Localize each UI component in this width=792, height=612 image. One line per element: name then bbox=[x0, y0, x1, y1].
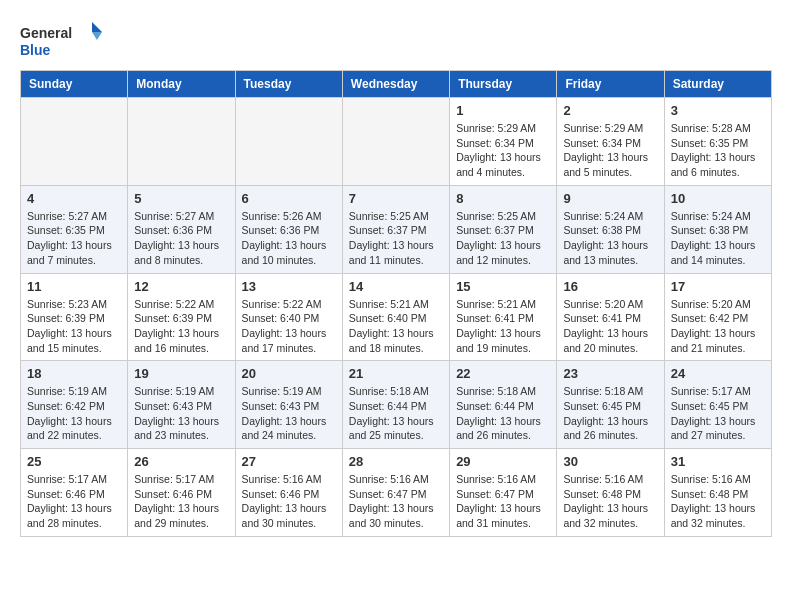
calendar-cell: 9Sunrise: 5:24 AM Sunset: 6:38 PM Daylig… bbox=[557, 185, 664, 273]
day-info: Sunrise: 5:25 AM Sunset: 6:37 PM Dayligh… bbox=[456, 209, 550, 268]
day-number: 2 bbox=[563, 103, 657, 118]
calendar-cell: 18Sunrise: 5:19 AM Sunset: 6:42 PM Dayli… bbox=[21, 361, 128, 449]
day-number: 10 bbox=[671, 191, 765, 206]
day-info: Sunrise: 5:18 AM Sunset: 6:44 PM Dayligh… bbox=[349, 384, 443, 443]
day-number: 30 bbox=[563, 454, 657, 469]
day-info: Sunrise: 5:20 AM Sunset: 6:42 PM Dayligh… bbox=[671, 297, 765, 356]
day-number: 24 bbox=[671, 366, 765, 381]
calendar-cell: 3Sunrise: 5:28 AM Sunset: 6:35 PM Daylig… bbox=[664, 98, 771, 186]
day-header-thursday: Thursday bbox=[450, 71, 557, 98]
day-number: 22 bbox=[456, 366, 550, 381]
day-info: Sunrise: 5:21 AM Sunset: 6:40 PM Dayligh… bbox=[349, 297, 443, 356]
calendar-cell: 27Sunrise: 5:16 AM Sunset: 6:46 PM Dayli… bbox=[235, 449, 342, 537]
day-number: 12 bbox=[134, 279, 228, 294]
calendar-cell: 4Sunrise: 5:27 AM Sunset: 6:35 PM Daylig… bbox=[21, 185, 128, 273]
calendar-cell: 20Sunrise: 5:19 AM Sunset: 6:43 PM Dayli… bbox=[235, 361, 342, 449]
calendar-cell: 6Sunrise: 5:26 AM Sunset: 6:36 PM Daylig… bbox=[235, 185, 342, 273]
calendar-cell: 16Sunrise: 5:20 AM Sunset: 6:41 PM Dayli… bbox=[557, 273, 664, 361]
calendar-cell: 21Sunrise: 5:18 AM Sunset: 6:44 PM Dayli… bbox=[342, 361, 449, 449]
day-number: 13 bbox=[242, 279, 336, 294]
calendar-cell bbox=[235, 98, 342, 186]
day-info: Sunrise: 5:24 AM Sunset: 6:38 PM Dayligh… bbox=[563, 209, 657, 268]
day-info: Sunrise: 5:18 AM Sunset: 6:45 PM Dayligh… bbox=[563, 384, 657, 443]
day-info: Sunrise: 5:23 AM Sunset: 6:39 PM Dayligh… bbox=[27, 297, 121, 356]
day-number: 1 bbox=[456, 103, 550, 118]
day-info: Sunrise: 5:16 AM Sunset: 6:47 PM Dayligh… bbox=[456, 472, 550, 531]
day-number: 15 bbox=[456, 279, 550, 294]
calendar-cell: 1Sunrise: 5:29 AM Sunset: 6:34 PM Daylig… bbox=[450, 98, 557, 186]
calendar-week-row: 18Sunrise: 5:19 AM Sunset: 6:42 PM Dayli… bbox=[21, 361, 772, 449]
calendar-cell: 24Sunrise: 5:17 AM Sunset: 6:45 PM Dayli… bbox=[664, 361, 771, 449]
day-info: Sunrise: 5:27 AM Sunset: 6:36 PM Dayligh… bbox=[134, 209, 228, 268]
calendar-cell: 17Sunrise: 5:20 AM Sunset: 6:42 PM Dayli… bbox=[664, 273, 771, 361]
day-info: Sunrise: 5:20 AM Sunset: 6:41 PM Dayligh… bbox=[563, 297, 657, 356]
calendar-cell: 7Sunrise: 5:25 AM Sunset: 6:37 PM Daylig… bbox=[342, 185, 449, 273]
day-info: Sunrise: 5:25 AM Sunset: 6:37 PM Dayligh… bbox=[349, 209, 443, 268]
day-info: Sunrise: 5:26 AM Sunset: 6:36 PM Dayligh… bbox=[242, 209, 336, 268]
day-info: Sunrise: 5:19 AM Sunset: 6:43 PM Dayligh… bbox=[242, 384, 336, 443]
calendar-table: SundayMondayTuesdayWednesdayThursdayFrid… bbox=[20, 70, 772, 537]
calendar-cell: 23Sunrise: 5:18 AM Sunset: 6:45 PM Dayli… bbox=[557, 361, 664, 449]
calendar-cell: 19Sunrise: 5:19 AM Sunset: 6:43 PM Dayli… bbox=[128, 361, 235, 449]
logo-icon: GeneralBlue bbox=[20, 20, 115, 60]
calendar-week-row: 25Sunrise: 5:17 AM Sunset: 6:46 PM Dayli… bbox=[21, 449, 772, 537]
day-number: 11 bbox=[27, 279, 121, 294]
day-info: Sunrise: 5:16 AM Sunset: 6:48 PM Dayligh… bbox=[563, 472, 657, 531]
day-number: 7 bbox=[349, 191, 443, 206]
day-info: Sunrise: 5:27 AM Sunset: 6:35 PM Dayligh… bbox=[27, 209, 121, 268]
day-number: 8 bbox=[456, 191, 550, 206]
day-number: 16 bbox=[563, 279, 657, 294]
calendar-header-row: SundayMondayTuesdayWednesdayThursdayFrid… bbox=[21, 71, 772, 98]
day-number: 28 bbox=[349, 454, 443, 469]
day-info: Sunrise: 5:29 AM Sunset: 6:34 PM Dayligh… bbox=[456, 121, 550, 180]
page-header: GeneralBlue bbox=[20, 20, 772, 60]
calendar-cell: 25Sunrise: 5:17 AM Sunset: 6:46 PM Dayli… bbox=[21, 449, 128, 537]
day-info: Sunrise: 5:21 AM Sunset: 6:41 PM Dayligh… bbox=[456, 297, 550, 356]
calendar-cell bbox=[342, 98, 449, 186]
day-info: Sunrise: 5:29 AM Sunset: 6:34 PM Dayligh… bbox=[563, 121, 657, 180]
calendar-week-row: 4Sunrise: 5:27 AM Sunset: 6:35 PM Daylig… bbox=[21, 185, 772, 273]
calendar-cell: 10Sunrise: 5:24 AM Sunset: 6:38 PM Dayli… bbox=[664, 185, 771, 273]
day-number: 23 bbox=[563, 366, 657, 381]
day-info: Sunrise: 5:19 AM Sunset: 6:43 PM Dayligh… bbox=[134, 384, 228, 443]
day-number: 3 bbox=[671, 103, 765, 118]
day-number: 20 bbox=[242, 366, 336, 381]
calendar-cell: 31Sunrise: 5:16 AM Sunset: 6:48 PM Dayli… bbox=[664, 449, 771, 537]
day-info: Sunrise: 5:22 AM Sunset: 6:39 PM Dayligh… bbox=[134, 297, 228, 356]
calendar-week-row: 11Sunrise: 5:23 AM Sunset: 6:39 PM Dayli… bbox=[21, 273, 772, 361]
day-number: 9 bbox=[563, 191, 657, 206]
day-info: Sunrise: 5:22 AM Sunset: 6:40 PM Dayligh… bbox=[242, 297, 336, 356]
day-number: 26 bbox=[134, 454, 228, 469]
calendar-cell: 13Sunrise: 5:22 AM Sunset: 6:40 PM Dayli… bbox=[235, 273, 342, 361]
calendar-cell: 26Sunrise: 5:17 AM Sunset: 6:46 PM Dayli… bbox=[128, 449, 235, 537]
day-info: Sunrise: 5:24 AM Sunset: 6:38 PM Dayligh… bbox=[671, 209, 765, 268]
day-info: Sunrise: 5:16 AM Sunset: 6:46 PM Dayligh… bbox=[242, 472, 336, 531]
calendar-cell: 28Sunrise: 5:16 AM Sunset: 6:47 PM Dayli… bbox=[342, 449, 449, 537]
day-info: Sunrise: 5:17 AM Sunset: 6:45 PM Dayligh… bbox=[671, 384, 765, 443]
calendar-cell bbox=[128, 98, 235, 186]
day-header-sunday: Sunday bbox=[21, 71, 128, 98]
day-number: 25 bbox=[27, 454, 121, 469]
day-number: 19 bbox=[134, 366, 228, 381]
day-number: 14 bbox=[349, 279, 443, 294]
calendar-cell: 14Sunrise: 5:21 AM Sunset: 6:40 PM Dayli… bbox=[342, 273, 449, 361]
calendar-cell bbox=[21, 98, 128, 186]
day-info: Sunrise: 5:16 AM Sunset: 6:47 PM Dayligh… bbox=[349, 472, 443, 531]
calendar-cell: 22Sunrise: 5:18 AM Sunset: 6:44 PM Dayli… bbox=[450, 361, 557, 449]
calendar-cell: 2Sunrise: 5:29 AM Sunset: 6:34 PM Daylig… bbox=[557, 98, 664, 186]
day-header-wednesday: Wednesday bbox=[342, 71, 449, 98]
day-number: 17 bbox=[671, 279, 765, 294]
day-header-monday: Monday bbox=[128, 71, 235, 98]
calendar-week-row: 1Sunrise: 5:29 AM Sunset: 6:34 PM Daylig… bbox=[21, 98, 772, 186]
day-info: Sunrise: 5:16 AM Sunset: 6:48 PM Dayligh… bbox=[671, 472, 765, 531]
calendar-cell: 8Sunrise: 5:25 AM Sunset: 6:37 PM Daylig… bbox=[450, 185, 557, 273]
day-number: 6 bbox=[242, 191, 336, 206]
day-number: 4 bbox=[27, 191, 121, 206]
day-number: 18 bbox=[27, 366, 121, 381]
day-header-tuesday: Tuesday bbox=[235, 71, 342, 98]
day-info: Sunrise: 5:17 AM Sunset: 6:46 PM Dayligh… bbox=[134, 472, 228, 531]
day-header-saturday: Saturday bbox=[664, 71, 771, 98]
day-number: 27 bbox=[242, 454, 336, 469]
day-info: Sunrise: 5:28 AM Sunset: 6:35 PM Dayligh… bbox=[671, 121, 765, 180]
svg-text:General: General bbox=[20, 25, 72, 41]
